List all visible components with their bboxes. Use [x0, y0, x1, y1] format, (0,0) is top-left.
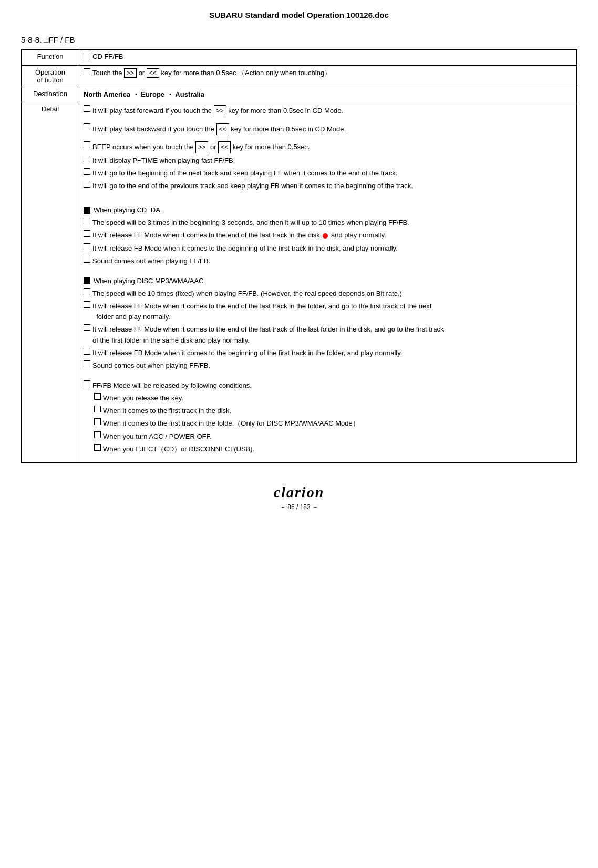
release-first-track-disk: When it comes to the first track in the …	[94, 406, 572, 416]
release-key: When you release the key.	[94, 393, 572, 404]
destination-row: Destination North America ・ Europe ・ Aus…	[22, 87, 577, 102]
cd-da-title: When playing CD−DA	[94, 205, 160, 215]
cd-da-release-fb: It will release FB Mode when it comes to…	[84, 243, 572, 254]
release-intro: FF/FB Mode will be released by following…	[84, 380, 572, 391]
operation-row: Operationof button Touch the >> or << ke…	[22, 66, 577, 87]
operation-label: Operationof button	[22, 66, 79, 87]
clarion-logo: clarion	[21, 484, 577, 501]
detail-row: Detail It will play fast foreward if you…	[22, 102, 577, 463]
cd-da-release-ff: It will release FF Mode when it comes to…	[84, 230, 572, 241]
cd-da-speed: The speed will be 3 times in the beginni…	[84, 218, 572, 228]
operation-checkbox	[84, 68, 90, 75]
mp3-release-fb: It will release FB Mode when it comes to…	[84, 348, 572, 358]
mp3-title-row: When playing DISC MP3/WMA/AAC	[84, 276, 572, 286]
release-eject: When you EJECT（CD）or DISCONNECT(USB).	[94, 444, 572, 454]
main-table: Function CD FF/FB Operationof button Tou…	[21, 49, 577, 463]
basic-items: It will play fast foreward if you touch …	[84, 105, 572, 191]
release-items: When you release the key. When it comes …	[84, 393, 572, 454]
item-ptime: It will display P−TIME when playing fast…	[84, 156, 572, 166]
release-section: FF/FB Mode will be released by following…	[84, 380, 572, 454]
cd-da-title-row: When playing CD−DA	[84, 205, 572, 215]
mp3-square-icon	[84, 277, 90, 284]
item-beep: BEEP occurs when you touch the >> or << …	[84, 141, 572, 153]
footer: clarion － 86 / 183 －	[21, 484, 577, 512]
operation-value: Touch the >> or << key for more than 0.5…	[79, 66, 577, 87]
mp3-title: When playing DISC MP3/WMA/AAC	[94, 276, 204, 286]
function-row: Function CD FF/FB	[22, 50, 577, 66]
item-fb-backward: It will play fast backward if you touch …	[84, 123, 572, 136]
cd-da-section: When playing CD−DA The speed will be 3 t…	[84, 205, 572, 266]
destination-value: North America ・ Europe ・ Australia	[79, 87, 577, 102]
function-value: CD FF/FB	[79, 50, 577, 66]
mp3-sound: Sound comes out when playing FF/FB.	[84, 360, 572, 371]
ff-btn: >>	[124, 68, 137, 78]
release-first-track-folder: When it comes to the first track in the …	[94, 418, 572, 429]
doc-title: SUBARU Standard model Operation 100126.d…	[21, 11, 577, 19]
destination-label: Destination	[22, 87, 79, 102]
detail-label: Detail	[22, 102, 79, 463]
function-label: Function	[22, 50, 79, 66]
mp3-release-ff-folder: It will release FF Mode when it comes to…	[84, 301, 572, 322]
mp3-section: When playing DISC MP3/WMA/AAC The speed …	[84, 276, 572, 371]
red-dot-icon	[323, 233, 328, 239]
cd-da-sound: Sound comes out when playing FF/FB.	[84, 256, 572, 266]
release-acc-power: When you turn ACC / POWER OFF.	[94, 431, 572, 442]
item-next-track: It will go to the beginning of the next …	[84, 168, 572, 179]
cd-da-square-icon	[84, 207, 90, 214]
detail-value: It will play fast foreward if you touch …	[79, 102, 577, 463]
mp3-speed: The speed will be 10 times (fixed) when …	[84, 288, 572, 299]
page-number: － 86 / 183 －	[21, 503, 577, 512]
function-checkbox	[84, 53, 90, 59]
section-heading: 5-8-8. □FF / FB	[21, 35, 577, 44]
item-prev-track: It will go to the end of the previours t…	[84, 181, 572, 191]
mp3-release-ff-disk: It will release FF Mode when it comes to…	[84, 324, 572, 345]
fb-btn: <<	[147, 68, 159, 78]
item-ff-foreward: It will play fast foreward if you touch …	[84, 105, 572, 117]
